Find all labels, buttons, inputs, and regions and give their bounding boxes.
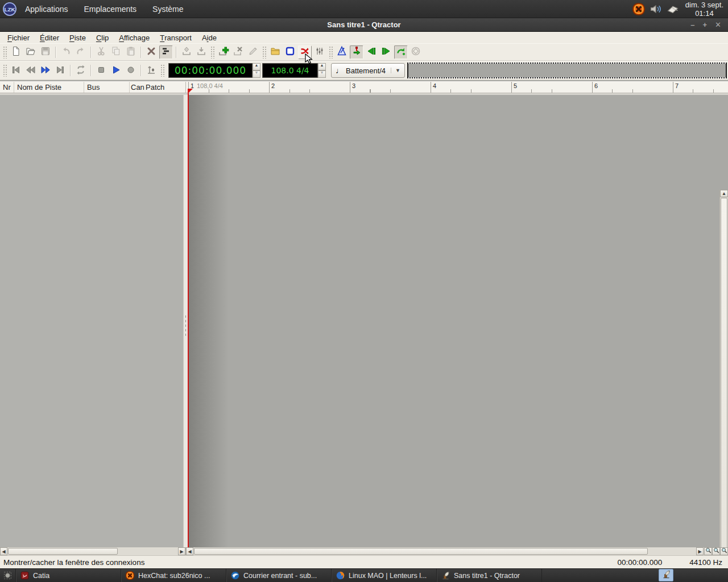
save-file-button[interactable] [39,45,52,59]
paste-button[interactable] [124,45,138,59]
mixer-window-button[interactable] [283,45,297,59]
menu-affichage[interactable]: Affichage [114,32,155,43]
splitter-handle[interactable] [183,95,188,547]
device-notifier-icon[interactable] [666,2,680,16]
remove-track-button[interactable] [231,45,245,59]
toolbar-drag-handle[interactable] [262,46,266,59]
horizontal-zoom-out-button[interactable] [704,547,712,555]
time-spin-up[interactable]: ▲ [253,63,260,70]
horizontal-zoom-reset-button[interactable] [712,547,720,555]
column-header-patch[interactable]: Patch [146,82,186,93]
menu-clip[interactable]: Clip [91,32,114,43]
toolbar-drag-handle[interactable] [160,64,164,77]
track-list-panel[interactable] [0,95,183,547]
auto-backtrack-button[interactable] [394,45,408,59]
stop-button[interactable] [94,64,108,77]
edit-clips-button[interactable] [159,45,173,59]
close-button[interactable]: ✕ [715,20,721,29]
timeline-horizontal-scrollbar[interactable]: ◀ ▶ [186,547,728,555]
ruler-measure[interactable]: 7 [673,82,728,93]
column-header-bus[interactable]: Bus [84,82,130,93]
menu-editer[interactable]: Éditer [35,32,64,43]
loop-set-start-button[interactable] [365,45,378,59]
punch-fader-button[interactable] [144,64,158,77]
panel-clock[interactable]: dim. 3 sept. 01:14 [683,1,723,18]
volume-icon[interactable] [649,2,663,16]
ruler-measure[interactable]: 5 [511,82,592,93]
go-to-start-button[interactable] [9,64,23,77]
toolbar-drag-handle[interactable] [210,46,214,59]
scrollbar-thumb[interactable] [8,548,118,555]
take-file-button[interactable] [195,45,208,59]
loop-button[interactable] [74,64,88,77]
scrollbar-thumb[interactable] [194,548,648,555]
files-window-button[interactable] [268,45,282,59]
time-spin-down[interactable]: ▼ [253,70,260,78]
go-to-end-button[interactable] [53,64,67,77]
horizontal-zoom-in-button[interactable] [720,547,728,555]
toolbar-drag-handle[interactable] [3,64,7,77]
rewind-button[interactable] [24,64,38,77]
taskbar-item-qtractor[interactable]: Sans titre1 - Qtractor [437,569,542,582]
qtractor-tray-icon[interactable] [659,569,673,581]
scroll-right-button[interactable]: ▶ [178,547,185,555]
column-header-nr[interactable]: Nr [0,82,14,93]
ruler-measure[interactable]: 6 [592,82,673,93]
undo-button[interactable] [59,45,73,59]
taskbar-item-catia[interactable]: Catia [16,569,121,582]
toolbar-drag-handle[interactable] [329,46,333,59]
copy-button[interactable] [109,45,123,59]
ruler-measure[interactable]: 2 [269,82,350,93]
record-button[interactable] [124,64,138,77]
taskbar-item-thunderbird[interactable]: Courrier entrant - sub... [226,569,332,582]
punch-in-out-button[interactable] [350,45,363,59]
delete-button[interactable] [144,45,158,59]
tempo-spin-up[interactable]: ▲ [318,63,326,70]
panel-menu-applications[interactable]: Applications [17,0,76,18]
taskbar-item-firefox[interactable]: Linux MAO | Lenteurs l... [332,569,437,582]
session-thumbnail-view[interactable] [407,63,727,78]
vertical-scrollbar-thumb[interactable] [721,198,727,582]
metronome-button[interactable] [335,45,349,59]
taskbar-item-hexchat[interactable]: HexChat: sub26nico ... [121,569,226,582]
column-header-nom-de-piste[interactable]: Nom de Piste [14,82,84,93]
menu-transport[interactable]: Transport [155,32,197,43]
ruler-measure[interactable]: 3 [350,82,431,93]
tempo-spinner[interactable]: ▲ ▼ [318,63,326,78]
minimize-button[interactable]: – [690,20,694,29]
panel-menu-system[interactable]: Système [144,0,191,18]
tempo-spin-down[interactable]: ▼ [318,70,326,78]
scroll-up-button[interactable]: ▲ [720,190,728,197]
redo-button[interactable] [74,45,88,59]
menu-fichier[interactable]: Fichier [2,32,35,43]
track-faders-button[interactable] [313,45,326,59]
playhead-marker-icon[interactable] [188,89,193,94]
tempo-display[interactable]: 108.0 4/4 [262,63,318,78]
window-titlebar[interactable]: Sans titre1 - Qtractor – + ✕ [0,18,728,32]
play-button[interactable] [109,64,123,77]
menu-aide[interactable]: Aide [197,32,222,43]
capture-file-button[interactable] [180,45,193,59]
track-canvas[interactable] [188,95,719,547]
lzk-distro-icon[interactable]: LZK [2,2,17,16]
loop-set-end-button[interactable] [379,45,393,59]
fast-forward-button[interactable] [39,64,52,77]
open-file-button[interactable] [24,45,38,59]
column-header-can[interactable]: Can [130,82,146,93]
vertical-scrollbar[interactable]: ▲ ▼ [719,190,728,582]
tracklist-horizontal-scrollbar[interactable]: ◀ ▶ [0,547,186,555]
toolbar-drag-handle[interactable] [3,46,7,59]
ruler-measure[interactable]: 4 [431,82,511,93]
time-spinner[interactable]: ▲ ▼ [253,63,260,78]
snap-select[interactable]: ♩ Battement/4 ▼ [331,63,405,78]
maximize-button[interactable]: + [703,20,708,29]
hexchat-tray-icon[interactable] [632,2,646,16]
scroll-left-button[interactable]: ◀ [186,547,193,555]
panel-menu-places[interactable]: Emplacements [76,0,145,18]
show-desktop-button[interactable] [0,569,16,582]
time-display[interactable]: 00:00:00.000 [168,63,253,78]
continue-past-end-button[interactable] [409,45,423,59]
add-track-button[interactable] [217,45,230,59]
edit-track-button[interactable] [246,45,260,59]
scroll-right-button[interactable]: ▶ [696,547,704,555]
